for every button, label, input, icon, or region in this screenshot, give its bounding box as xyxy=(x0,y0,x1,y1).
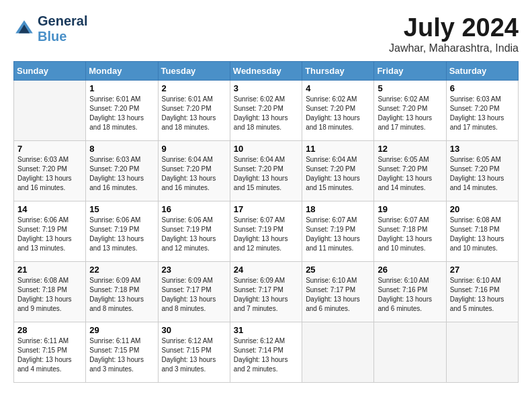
calendar-cell xyxy=(446,322,518,383)
calendar-cell: 9Sunrise: 6:04 AM Sunset: 7:20 PM Daylig… xyxy=(158,141,230,201)
day-number: 12 xyxy=(378,144,442,154)
calendar-cell: 28Sunrise: 6:11 AM Sunset: 7:15 PM Dayli… xyxy=(14,322,86,383)
calendar-cell: 15Sunrise: 6:06 AM Sunset: 7:19 PM Dayli… xyxy=(86,201,158,262)
day-info: Sunrise: 6:09 AM Sunset: 7:18 PM Dayligh… xyxy=(89,276,154,314)
day-info: Sunrise: 6:05 AM Sunset: 7:20 PM Dayligh… xyxy=(378,155,442,193)
weekday-thursday: Thursday xyxy=(302,62,374,81)
day-number: 27 xyxy=(450,265,515,275)
day-number: 4 xyxy=(306,83,370,93)
day-number: 7 xyxy=(17,144,82,154)
day-info: Sunrise: 6:06 AM Sunset: 7:19 PM Dayligh… xyxy=(89,216,154,253)
calendar-cell: 11Sunrise: 6:04 AM Sunset: 7:20 PM Dayli… xyxy=(302,141,374,201)
logo-line1: General xyxy=(38,13,87,29)
calendar-cell: 17Sunrise: 6:07 AM Sunset: 7:19 PM Dayli… xyxy=(230,201,302,262)
day-info: Sunrise: 6:04 AM Sunset: 7:20 PM Dayligh… xyxy=(306,155,370,193)
day-number: 29 xyxy=(89,325,154,335)
day-number: 30 xyxy=(162,325,226,335)
day-number: 10 xyxy=(234,144,298,154)
location: Jawhar, Maharashtra, India xyxy=(389,42,519,54)
calendar-cell: 12Sunrise: 6:05 AM Sunset: 7:20 PM Dayli… xyxy=(374,141,446,201)
calendar-week-5: 28Sunrise: 6:11 AM Sunset: 7:15 PM Dayli… xyxy=(14,322,519,383)
day-number: 1 xyxy=(89,83,154,93)
calendar-week-3: 14Sunrise: 6:06 AM Sunset: 7:19 PM Dayli… xyxy=(14,201,519,262)
calendar-cell xyxy=(374,322,446,383)
calendar-cell: 22Sunrise: 6:09 AM Sunset: 7:18 PM Dayli… xyxy=(86,262,158,322)
day-info: Sunrise: 6:08 AM Sunset: 7:18 PM Dayligh… xyxy=(17,276,82,314)
logo-icon xyxy=(13,18,35,40)
day-info: Sunrise: 6:03 AM Sunset: 7:20 PM Dayligh… xyxy=(89,155,154,193)
day-number: 16 xyxy=(162,204,226,214)
weekday-monday: Monday xyxy=(86,62,158,81)
day-info: Sunrise: 6:07 AM Sunset: 7:19 PM Dayligh… xyxy=(306,216,370,253)
calendar-cell: 10Sunrise: 6:04 AM Sunset: 7:20 PM Dayli… xyxy=(230,141,302,201)
calendar-cell: 14Sunrise: 6:06 AM Sunset: 7:19 PM Dayli… xyxy=(14,201,86,262)
calendar-cell: 6Sunrise: 6:03 AM Sunset: 7:20 PM Daylig… xyxy=(446,81,518,141)
day-info: Sunrise: 6:12 AM Sunset: 7:15 PM Dayligh… xyxy=(162,336,226,374)
calendar-cell: 18Sunrise: 6:07 AM Sunset: 7:19 PM Dayli… xyxy=(302,201,374,262)
day-info: Sunrise: 6:04 AM Sunset: 7:20 PM Dayligh… xyxy=(234,155,298,193)
day-info: Sunrise: 6:07 AM Sunset: 7:19 PM Dayligh… xyxy=(234,216,298,253)
day-number: 23 xyxy=(162,265,226,275)
calendar-week-4: 21Sunrise: 6:08 AM Sunset: 7:18 PM Dayli… xyxy=(14,262,519,322)
weekday-wednesday: Wednesday xyxy=(230,62,302,81)
calendar-cell: 24Sunrise: 6:09 AM Sunset: 7:17 PM Dayli… xyxy=(230,262,302,322)
day-number: 2 xyxy=(162,83,226,93)
page-header: General Blue July 2024 Jawhar, Maharasht… xyxy=(13,13,519,54)
calendar-cell: 21Sunrise: 6:08 AM Sunset: 7:18 PM Dayli… xyxy=(14,262,86,322)
calendar-cell: 19Sunrise: 6:07 AM Sunset: 7:18 PM Dayli… xyxy=(374,201,446,262)
day-info: Sunrise: 6:02 AM Sunset: 7:20 PM Dayligh… xyxy=(234,95,298,132)
day-number: 20 xyxy=(450,204,515,214)
day-number: 28 xyxy=(17,325,82,335)
day-number: 19 xyxy=(378,204,442,214)
day-number: 11 xyxy=(306,144,370,154)
day-number: 3 xyxy=(234,83,298,93)
calendar-cell: 25Sunrise: 6:10 AM Sunset: 7:17 PM Dayli… xyxy=(302,262,374,322)
calendar-cell: 2Sunrise: 6:01 AM Sunset: 7:20 PM Daylig… xyxy=(158,81,230,141)
day-info: Sunrise: 6:09 AM Sunset: 7:17 PM Dayligh… xyxy=(162,276,226,314)
day-info: Sunrise: 6:06 AM Sunset: 7:19 PM Dayligh… xyxy=(17,216,82,253)
day-info: Sunrise: 6:02 AM Sunset: 7:20 PM Dayligh… xyxy=(306,95,370,132)
day-number: 31 xyxy=(234,325,298,335)
day-info: Sunrise: 6:12 AM Sunset: 7:14 PM Dayligh… xyxy=(234,336,298,374)
day-info: Sunrise: 6:10 AM Sunset: 7:16 PM Dayligh… xyxy=(450,276,515,314)
day-number: 8 xyxy=(89,144,154,154)
day-number: 9 xyxy=(162,144,226,154)
day-number: 13 xyxy=(450,144,515,154)
logo: General Blue xyxy=(13,13,87,44)
calendar-cell: 23Sunrise: 6:09 AM Sunset: 7:17 PM Dayli… xyxy=(158,262,230,322)
month-year: July 2024 xyxy=(389,13,519,42)
weekday-tuesday: Tuesday xyxy=(158,62,230,81)
calendar-cell: 13Sunrise: 6:05 AM Sunset: 7:20 PM Dayli… xyxy=(446,141,518,201)
calendar-cell: 16Sunrise: 6:06 AM Sunset: 7:19 PM Dayli… xyxy=(158,201,230,262)
day-info: Sunrise: 6:09 AM Sunset: 7:17 PM Dayligh… xyxy=(234,276,298,314)
day-number: 22 xyxy=(89,265,154,275)
calendar-cell: 30Sunrise: 6:12 AM Sunset: 7:15 PM Dayli… xyxy=(158,322,230,383)
day-number: 17 xyxy=(234,204,298,214)
calendar-week-1: 1Sunrise: 6:01 AM Sunset: 7:20 PM Daylig… xyxy=(14,81,519,141)
day-info: Sunrise: 6:01 AM Sunset: 7:20 PM Dayligh… xyxy=(162,95,226,132)
day-number: 24 xyxy=(234,265,298,275)
weekday-saturday: Saturday xyxy=(446,62,518,81)
calendar-week-2: 7Sunrise: 6:03 AM Sunset: 7:20 PM Daylig… xyxy=(14,141,519,201)
calendar-cell: 26Sunrise: 6:10 AM Sunset: 7:16 PM Dayli… xyxy=(374,262,446,322)
day-info: Sunrise: 6:07 AM Sunset: 7:18 PM Dayligh… xyxy=(378,216,442,253)
calendar-cell: 20Sunrise: 6:08 AM Sunset: 7:18 PM Dayli… xyxy=(446,201,518,262)
calendar-cell: 8Sunrise: 6:03 AM Sunset: 7:20 PM Daylig… xyxy=(86,141,158,201)
logo-line2: Blue xyxy=(38,29,87,44)
day-info: Sunrise: 6:02 AM Sunset: 7:20 PM Dayligh… xyxy=(378,95,442,132)
day-number: 26 xyxy=(378,265,442,275)
calendar-cell: 3Sunrise: 6:02 AM Sunset: 7:20 PM Daylig… xyxy=(230,81,302,141)
calendar-cell xyxy=(14,81,86,141)
calendar-cell: 29Sunrise: 6:11 AM Sunset: 7:15 PM Dayli… xyxy=(86,322,158,383)
day-info: Sunrise: 6:04 AM Sunset: 7:20 PM Dayligh… xyxy=(162,155,226,193)
calendar-cell: 5Sunrise: 6:02 AM Sunset: 7:20 PM Daylig… xyxy=(374,81,446,141)
weekday-sunday: Sunday xyxy=(14,62,86,81)
calendar-cell: 7Sunrise: 6:03 AM Sunset: 7:20 PM Daylig… xyxy=(14,141,86,201)
day-info: Sunrise: 6:11 AM Sunset: 7:15 PM Dayligh… xyxy=(89,336,154,374)
day-info: Sunrise: 6:10 AM Sunset: 7:17 PM Dayligh… xyxy=(306,276,370,314)
day-info: Sunrise: 6:11 AM Sunset: 7:15 PM Dayligh… xyxy=(17,336,82,374)
day-info: Sunrise: 6:10 AM Sunset: 7:16 PM Dayligh… xyxy=(378,276,442,314)
calendar-cell xyxy=(302,322,374,383)
day-number: 21 xyxy=(17,265,82,275)
calendar-cell: 31Sunrise: 6:12 AM Sunset: 7:14 PM Dayli… xyxy=(230,322,302,383)
